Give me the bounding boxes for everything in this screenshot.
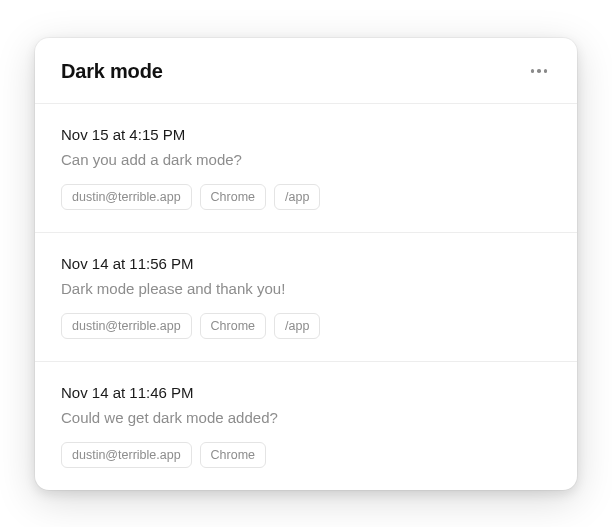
tag-browser[interactable]: Chrome (200, 313, 266, 339)
tag-browser[interactable]: Chrome (200, 184, 266, 210)
feedback-tags: dustin@terrible.app Chrome (61, 442, 551, 468)
tag-browser[interactable]: Chrome (200, 442, 266, 468)
feedback-item: Nov 14 at 11:56 PM Dark mode please and … (35, 233, 577, 362)
feedback-item: Nov 14 at 11:46 PM Could we get dark mod… (35, 362, 577, 490)
tag-email[interactable]: dustin@terrible.app (61, 313, 192, 339)
feedback-message: Can you add a dark mode? (61, 149, 551, 170)
card-title: Dark mode (61, 60, 163, 83)
feedback-tags: dustin@terrible.app Chrome /app (61, 184, 551, 210)
feedback-message: Dark mode please and thank you! (61, 278, 551, 299)
tag-email[interactable]: dustin@terrible.app (61, 184, 192, 210)
feedback-card: Dark mode Nov 15 at 4:15 PM Can you add … (35, 38, 577, 490)
more-icon (531, 69, 535, 73)
tag-path[interactable]: /app (274, 184, 320, 210)
tag-email[interactable]: dustin@terrible.app (61, 442, 192, 468)
feedback-item: Nov 15 at 4:15 PM Can you add a dark mod… (35, 104, 577, 233)
tag-path[interactable]: /app (274, 313, 320, 339)
card-header: Dark mode (35, 38, 577, 104)
feedback-timestamp: Nov 14 at 11:46 PM (61, 384, 551, 401)
feedback-tags: dustin@terrible.app Chrome /app (61, 313, 551, 339)
more-icon (544, 69, 548, 73)
feedback-message: Could we get dark mode added? (61, 407, 551, 428)
feedback-timestamp: Nov 15 at 4:15 PM (61, 126, 551, 143)
more-icon (537, 69, 541, 73)
feedback-timestamp: Nov 14 at 11:56 PM (61, 255, 551, 272)
more-options-button[interactable] (527, 65, 552, 77)
